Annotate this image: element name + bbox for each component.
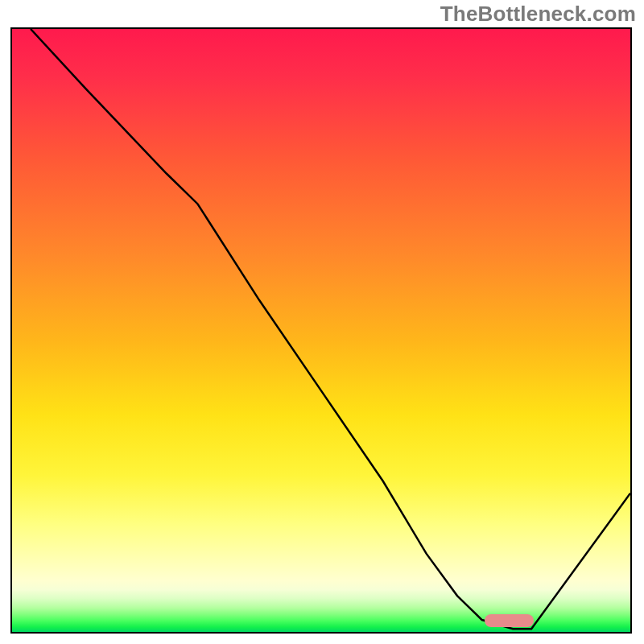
chart-container: TheBottleneck.com <box>0 0 644 644</box>
optimal-range-marker <box>485 614 535 627</box>
plot-area <box>10 27 632 634</box>
heat-gradient <box>12 29 630 632</box>
watermark-text: TheBottleneck.com <box>440 2 636 27</box>
